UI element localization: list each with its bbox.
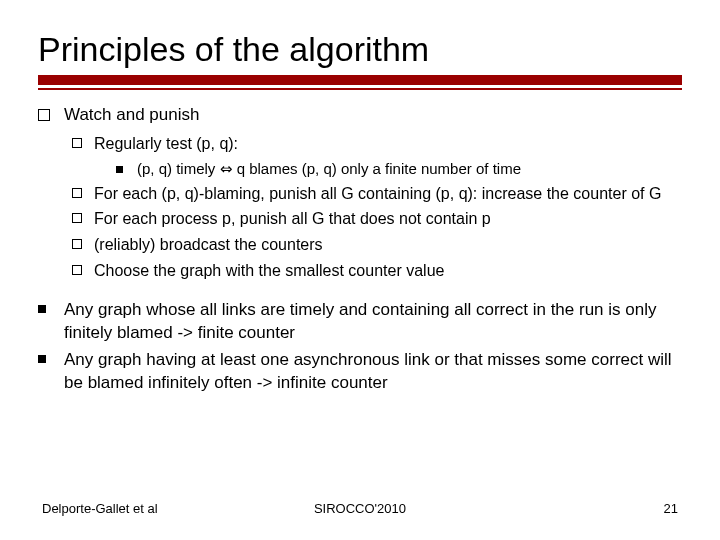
footer: Delporte-Gallet et al SIROCCO'2010 21	[0, 501, 720, 516]
bullet-l2: For each (p, q)-blaming, punish all G co…	[72, 183, 682, 205]
bullet-l1: Watch and punish	[38, 104, 682, 127]
text: (p, q) timely ⇔ q blames (p, q) only a f…	[137, 159, 521, 179]
content: Watch and punish Regularly test (p, q): …	[38, 104, 682, 395]
bullet-l2: Regularly test (p, q):	[72, 133, 682, 155]
bullet-l1-solid: Any graph whose all links are timely and…	[38, 299, 682, 345]
title-rule	[38, 75, 682, 90]
hollow-square-icon	[72, 239, 82, 249]
text: Watch and punish	[64, 104, 199, 127]
bullet-l2: For each process p, punish all G that do…	[72, 208, 682, 230]
text: Any graph having at least one asynchrono…	[64, 349, 682, 395]
bullet-l2: Choose the graph with the smallest count…	[72, 260, 682, 282]
hollow-square-icon	[72, 188, 82, 198]
bullet-l1-solid: Any graph having at least one asynchrono…	[38, 349, 682, 395]
hollow-square-icon	[38, 109, 50, 121]
text: Any graph whose all links are timely and…	[64, 299, 682, 345]
slide: Principles of the algorithm Watch and pu…	[0, 0, 720, 540]
text: Regularly test (p, q):	[94, 133, 238, 155]
filled-square-icon	[116, 166, 123, 173]
filled-square-icon	[38, 355, 46, 363]
text: (reliably) broadcast the counters	[94, 234, 323, 256]
footer-right: 21	[466, 501, 678, 516]
bullet-l2: (reliably) broadcast the counters	[72, 234, 682, 256]
footer-left: Delporte-Gallet et al	[42, 501, 254, 516]
hollow-square-icon	[72, 265, 82, 275]
text: For each process p, punish all G that do…	[94, 208, 491, 230]
filled-square-icon	[38, 305, 46, 313]
hollow-square-icon	[72, 213, 82, 223]
slide-title: Principles of the algorithm	[38, 30, 682, 69]
hollow-square-icon	[72, 138, 82, 148]
bullet-l3: (p, q) timely ⇔ q blames (p, q) only a f…	[116, 159, 682, 179]
footer-center: SIROCCO'2010	[254, 501, 466, 516]
text: For each (p, q)-blaming, punish all G co…	[94, 183, 661, 205]
text: Choose the graph with the smallest count…	[94, 260, 444, 282]
